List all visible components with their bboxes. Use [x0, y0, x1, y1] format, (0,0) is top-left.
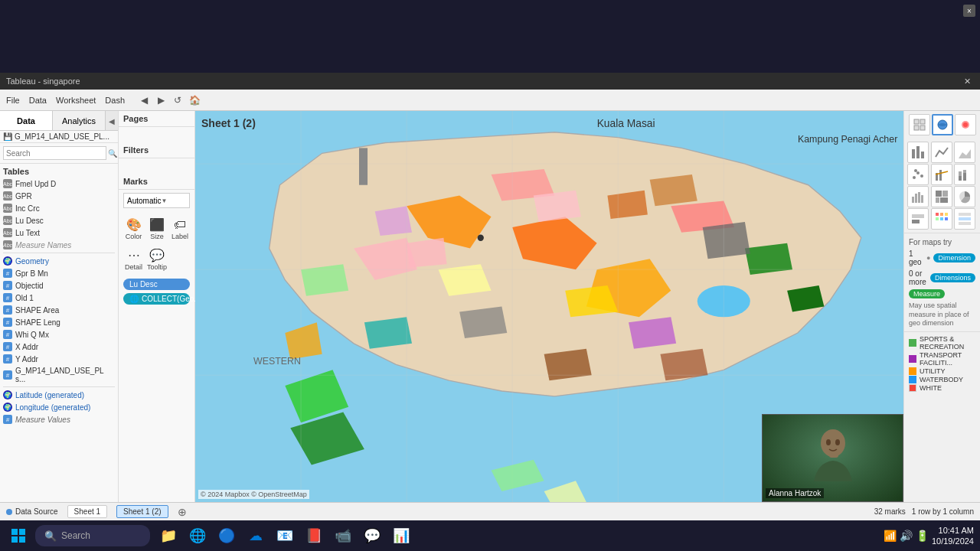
list-item[interactable]: # Whi Q Mx — [3, 328, 115, 341]
search-input[interactable] — [3, 146, 106, 160]
list-item[interactable]: # G_MP14_LAND_USE_PL s... — [3, 365, 115, 385]
field-icon-hash: # — [3, 330, 12, 339]
taskbar-app-teams[interactable]: 💬 — [358, 522, 386, 549]
list-item[interactable]: # Objectid — [3, 279, 115, 292]
pie-chart-button[interactable] — [954, 186, 975, 207]
start-button[interactable] — [3, 522, 34, 549]
highlight-table-button[interactable] — [954, 208, 975, 230]
sheet1-2-tab[interactable]: Sheet 1 (2) — [116, 505, 168, 518]
search-icon[interactable]: 🔍 — [108, 147, 117, 159]
density-map-button[interactable] — [955, 114, 976, 135]
heat-map-button[interactable] — [931, 208, 952, 230]
dimension-pill[interactable]: Dimension — [933, 253, 975, 262]
taskbar-search[interactable]: 🔍 Search — [35, 525, 150, 546]
sheet1-tab[interactable]: Sheet 1 — [67, 505, 107, 518]
marks-type-dropdown[interactable]: Automatic ▼ — [123, 193, 190, 208]
geographic-map-button[interactable] — [932, 114, 953, 135]
taskbar-app-explorer[interactable]: 📁 — [155, 522, 182, 549]
refresh-button[interactable]: ↺ — [171, 93, 185, 107]
home-button[interactable]: 🏠 — [188, 93, 201, 107]
field-name: Geometry — [15, 257, 49, 266]
map-icon-button[interactable] — [909, 114, 930, 135]
list-item[interactable]: # Gpr B Mn — [3, 267, 115, 279]
svg-rect-69 — [959, 176, 962, 181]
list-item[interactable]: # SHAPE Leng — [3, 316, 115, 328]
marks-tooltip-button[interactable]: 💬 Tooltip — [145, 245, 168, 274]
svg-rect-51 — [829, 453, 838, 458]
list-item[interactable]: 🌍 Longitude (generated) — [3, 401, 115, 413]
histogram-button[interactable] — [907, 186, 929, 207]
list-item[interactable]: # X Addr — [3, 341, 115, 353]
taskbar-app-acrobat[interactable]: 📕 — [300, 522, 328, 549]
tab-analytics[interactable]: Analytics — [53, 111, 106, 130]
close-video-button[interactable]: × — [963, 5, 975, 17]
svg-rect-68 — [939, 170, 942, 181]
menu-data[interactable]: Data — [29, 96, 47, 105]
title-close-button[interactable]: ✕ — [961, 77, 974, 86]
collect-geo-pill[interactable]: 🌐 COLLECT(Geo... — [123, 293, 190, 305]
svg-point-50 — [835, 439, 840, 445]
svg-marker-24 — [534, 191, 581, 222]
legend-label-sports: SPORTS & RECREATION — [920, 335, 975, 350]
system-time[interactable]: 10:41 AM 10/19/2024 — [932, 525, 974, 547]
back-button[interactable]: ◀ — [137, 93, 151, 107]
field-name: G_MP14_LAND_USE_PL s... — [15, 367, 115, 383]
list-item[interactable]: 🌍 Latitude (generated) — [3, 389, 115, 401]
add-sheet-button[interactable]: ⊕ — [178, 506, 187, 518]
forward-button[interactable]: ▶ — [154, 93, 168, 107]
list-item[interactable]: Abc Fmel Upd D — [3, 178, 115, 190]
list-item[interactable]: Abc Lu Desc — [3, 214, 115, 227]
list-item[interactable]: Abc Measure Names — [3, 239, 115, 251]
svg-rect-84 — [936, 213, 939, 216]
menu-file[interactable]: File — [6, 96, 20, 105]
treemap-button[interactable] — [931, 186, 952, 207]
title-bar: Tableau - singapore ✕ — [0, 73, 980, 90]
area-chart-button[interactable] — [954, 142, 975, 163]
taskbar-app-powerpoint[interactable]: 📊 — [387, 522, 415, 549]
scatter-plot-button[interactable] — [907, 164, 929, 185]
list-item[interactable]: Abc Lu Text — [3, 227, 115, 239]
field-icon-abc: Abc — [3, 191, 12, 201]
taskbar-app-chrome[interactable]: 🌐 — [184, 522, 211, 549]
list-item[interactable]: # SHAPE Area — [3, 304, 115, 316]
bullet-chart-button[interactable] — [907, 208, 929, 230]
dual-axis-button[interactable] — [931, 164, 952, 185]
tab-data[interactable]: Data — [0, 111, 53, 130]
list-item[interactable]: 🌍 Geometry — [3, 255, 115, 267]
bar-chart-button[interactable] — [907, 142, 929, 163]
sound-icon[interactable]: 🔊 — [900, 530, 913, 542]
menu-dashboard[interactable]: Dash — [105, 96, 125, 105]
svg-point-64 — [916, 171, 920, 174]
list-item[interactable]: # Old 1 — [3, 292, 115, 304]
field-name: Longitude (generated) — [15, 403, 90, 412]
stacked-bar-button[interactable] — [954, 164, 975, 185]
marks-detail-button[interactable]: ⋯ Detail — [123, 245, 144, 274]
collapse-panel-button[interactable]: ◀ — [106, 111, 118, 131]
dimensions-pill[interactable]: Dimensions — [930, 273, 975, 282]
marks-label-button[interactable]: 🏷 Label — [170, 214, 190, 243]
list-item[interactable]: # Measure Values — [3, 413, 115, 425]
svg-rect-76 — [921, 195, 923, 203]
menu-worksheet[interactable]: Worksheet — [56, 96, 96, 105]
list-item[interactable]: # Y Addr — [3, 353, 115, 365]
marks-color-button[interactable]: 🎨 Color — [123, 214, 144, 243]
chart-type-panel: For maps try 1 geo ● Dimension 0 or more… — [903, 111, 980, 502]
search-area: 🔍 ⚙ ≡ — [0, 143, 118, 164]
lu-desc-pill[interactable]: Lu Desc — [123, 279, 190, 290]
person-name-label: Alanna Hartzok — [766, 488, 824, 498]
measure-pill[interactable]: Measure — [909, 289, 945, 298]
for-maps-section: For maps try 1 geo ● Dimension 0 or more… — [904, 233, 980, 331]
taskbar-app-mail[interactable]: 📧 — [271, 522, 299, 549]
list-item[interactable]: Abc GPR — [3, 190, 115, 202]
taskbar-app-onedrive[interactable]: ☁ — [242, 522, 270, 549]
list-item[interactable]: Abc Inc Crc — [3, 202, 115, 214]
line-chart-button[interactable] — [931, 142, 952, 163]
battery-icon[interactable]: 🔋 — [916, 530, 929, 542]
marks-size-button[interactable]: ⬛ Size — [145, 214, 168, 243]
network-icon[interactable]: 📶 — [884, 530, 897, 542]
taskbar-app-zoom[interactable]: 📹 — [329, 522, 357, 549]
taskbar-app-edge[interactable]: 🔵 — [213, 522, 240, 549]
color-label: Color — [126, 233, 142, 240]
marks-count: 32 marks — [874, 507, 906, 516]
data-source-tab[interactable]: Data Source — [6, 507, 58, 516]
